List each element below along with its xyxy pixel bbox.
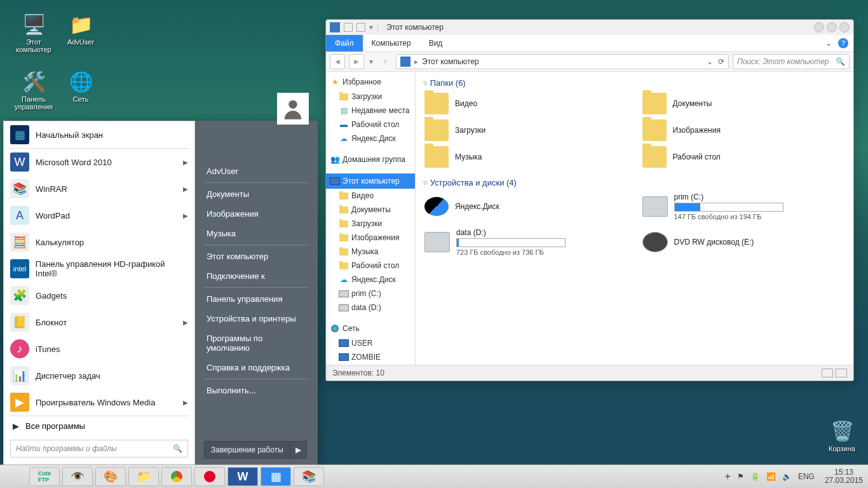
start-search-input[interactable]: Найти программы и файлы 🔍 (10, 440, 188, 458)
tray-battery-icon[interactable]: 🔋 (750, 472, 760, 481)
nav-item-prim[interactable]: prim (C:) (326, 287, 415, 301)
user-avatar[interactable] (277, 93, 309, 125)
back-button[interactable]: ◄ (330, 54, 345, 69)
up-button[interactable]: ↑ (378, 55, 392, 69)
task-winrar[interactable]: 📚 (294, 467, 324, 486)
desktop-icon-control-panel[interactable]: 🛠️Панель управления (11, 69, 56, 111)
prog-taskmgr[interactable]: 📊Диспетчер задач (4, 362, 194, 389)
folder-downloads[interactable]: Загрузки (423, 118, 628, 142)
prog-word[interactable]: WMicrosoft Word 2010▶ (4, 149, 194, 175)
shutdown-options-button[interactable]: ▶ (290, 441, 307, 459)
folder-videos[interactable]: Видео (423, 92, 628, 116)
view-icons-button[interactable] (836, 369, 847, 377)
prog-wmp[interactable]: ▶Проигрыватель Windows Media▶ (4, 389, 194, 416)
right-help[interactable]: Справка и поддержка (204, 358, 309, 377)
nav-item-downloads[interactable]: Загрузки (326, 90, 415, 104)
right-connect[interactable]: Подключение к (204, 266, 309, 286)
nav-this-pc-header[interactable]: Этот компьютер (326, 173, 415, 189)
nav-item-data[interactable]: data (D:) (326, 301, 415, 315)
forward-button[interactable]: ► (349, 54, 364, 69)
prog-gadgets[interactable]: 🧩Gadgets (4, 282, 194, 309)
prog-calc[interactable]: 🧮Калькулятор (4, 229, 194, 255)
qat-icon[interactable] (356, 23, 365, 32)
nav-item-pictures[interactable]: Изображения (326, 231, 415, 245)
folder-desktop[interactable]: Рабочий стол (641, 145, 846, 169)
group-folders-header[interactable]: Папки (6) (423, 78, 846, 88)
desktop-icon-recycle-bin[interactable]: 🗑️Корзина (820, 418, 864, 452)
right-advuser[interactable]: AdvUser (204, 161, 309, 181)
right-control-panel[interactable]: Панель управления (204, 289, 309, 309)
close-button[interactable] (839, 22, 850, 32)
qat-dropdown-icon[interactable]: ▾ (369, 23, 373, 32)
drive-prim[interactable]: prim (C:) 147 ГБ свободно из 194 ГБ (641, 191, 846, 222)
desktop-icon-this-pc[interactable]: 🖥️Этот компьютер (11, 11, 56, 53)
tray-expand-icon[interactable]: + (725, 471, 731, 482)
maximize-button[interactable] (827, 22, 837, 32)
prog-wordpad[interactable]: AWordPad▶ (4, 202, 194, 229)
task-app1[interactable]: 👁️ (62, 467, 93, 486)
tab-computer[interactable]: Компьютер (363, 35, 420, 51)
tray-flag-icon[interactable]: ⚑ (737, 472, 744, 481)
drive-yandex[interactable]: Яндекс.Диск (423, 191, 628, 222)
titlebar[interactable]: ▾ | Этот компьютер (326, 20, 853, 35)
help-button[interactable]: ? (838, 38, 848, 48)
ribbon-expand-icon[interactable]: ⌄ (825, 39, 832, 48)
shutdown-button[interactable]: Завершение работы (204, 441, 290, 459)
nav-item-user[interactable]: USER (326, 336, 415, 350)
tab-view[interactable]: Вид (420, 35, 452, 51)
refresh-button[interactable]: ⟳ (718, 57, 724, 66)
drive-dvd[interactable]: DVD RW дисковод (E:) (641, 227, 846, 257)
nav-favorites-header[interactable]: ★Избранное (326, 74, 415, 90)
nav-network-header[interactable]: Сеть (326, 321, 415, 336)
right-this-pc[interactable]: Этот компьютер (204, 247, 309, 266)
group-drives-header[interactable]: Устройства и диски (4) (423, 178, 846, 187)
folder-pictures[interactable]: Изображения (641, 118, 846, 142)
prog-itunes[interactable]: ♪iTunes (4, 336, 194, 362)
right-run[interactable]: Выполнить... (204, 381, 309, 400)
desktop-icon-advuser[interactable]: 📁AdvUser (58, 11, 103, 46)
task-word[interactable]: W (227, 467, 258, 486)
tray-lang[interactable]: ENG (798, 472, 815, 481)
prog-intel[interactable]: intelПанель управления HD-графикой Intel… (4, 255, 194, 282)
drive-data[interactable]: data (D:) 723 ГБ свободно из 736 ГБ (423, 227, 628, 257)
task-tiles[interactable]: ▦ (261, 467, 291, 486)
folder-documents[interactable]: Документы (641, 92, 846, 116)
nav-homegroup-header[interactable]: 👥Домашняя группа (326, 152, 415, 167)
history-dropdown-icon[interactable]: ▾ (368, 57, 374, 66)
nav-item-recent[interactable]: ▤Недавние места (326, 104, 415, 118)
task-opera[interactable] (194, 467, 225, 486)
all-programs[interactable]: ▶Все программы (4, 416, 194, 436)
start-button[interactable] (3, 467, 28, 486)
prog-winrar[interactable]: 📚WinRAR▶ (4, 175, 194, 202)
tray-volume-icon[interactable]: 🔈 (782, 472, 792, 481)
address-bar[interactable]: ▸ Этот компьютер ⌄⟳ (396, 54, 729, 69)
right-default-programs[interactable]: Программы по умолчанию (204, 329, 309, 358)
nav-item-yandex2[interactable]: ☁Яндекс.Диск (326, 273, 415, 287)
right-devices[interactable]: Устройства и принтеры (204, 309, 309, 329)
nav-item-yandex[interactable]: ☁Яндекс.Диск (326, 132, 415, 146)
breadcrumb[interactable]: Этот компьютер (422, 57, 479, 66)
nav-item-desktop[interactable]: ▬Рабочий стол (326, 118, 415, 132)
search-input[interactable]: Поиск: Этот компьютер 🔍 (733, 54, 850, 69)
tab-file[interactable]: Файл (326, 35, 363, 51)
nav-item-desktop2[interactable]: Рабочий стол (326, 259, 415, 273)
right-music[interactable]: Музыка (204, 224, 309, 243)
view-details-button[interactable] (822, 369, 833, 377)
address-dropdown-icon[interactable]: ⌄ (707, 57, 713, 66)
task-cuteftp[interactable]: CuteFTP (29, 467, 60, 486)
nav-item-videos[interactable]: Видео (326, 189, 415, 203)
nav-item-music[interactable]: Музыка (326, 245, 415, 259)
desktop-icon-network[interactable]: 🌐Сеть (58, 69, 103, 103)
task-chrome[interactable] (161, 467, 192, 486)
prog-start-screen[interactable]: ▦Начальный экран (4, 121, 194, 148)
prog-notepad[interactable]: 📒Блокнот▶ (4, 309, 194, 336)
tray-network-icon[interactable]: 📶 (766, 472, 776, 481)
task-explorer[interactable]: 📁 (128, 467, 159, 486)
qat-icon[interactable] (344, 23, 353, 32)
task-paint[interactable]: 🎨 (95, 467, 126, 486)
minimize-button[interactable] (814, 22, 824, 32)
nav-item-downloads2[interactable]: Загрузки (326, 217, 415, 231)
nav-item-documents[interactable]: Документы (326, 203, 415, 217)
folder-music[interactable]: Музыка (423, 145, 628, 169)
nav-item-zombie[interactable]: ZOMBIE (326, 350, 415, 364)
